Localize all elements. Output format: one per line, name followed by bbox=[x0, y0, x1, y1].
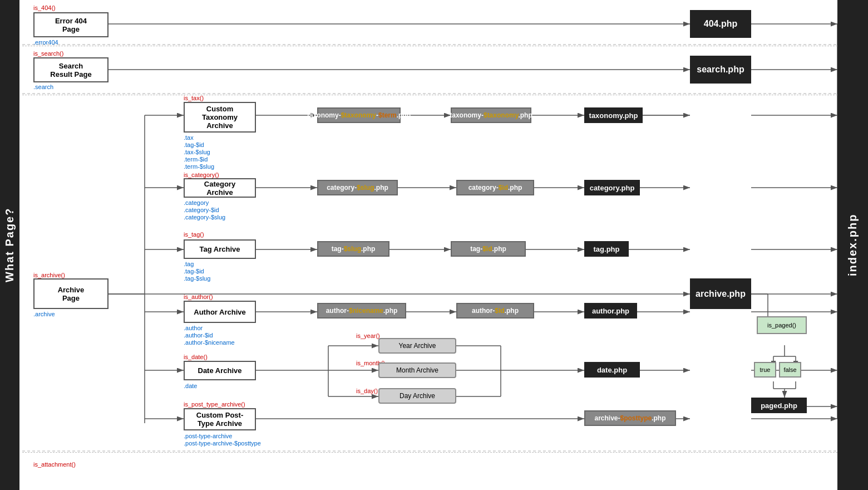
condition-search: is_search() bbox=[33, 50, 63, 57]
file-tag-slug-php: tag-$slug.php bbox=[317, 241, 389, 257]
body-class-date: .date bbox=[184, 383, 197, 389]
body-class-term-id: .term-$id bbox=[184, 156, 208, 163]
file-archive-posttype-php: archive-$posttype.php bbox=[584, 410, 676, 426]
body-class-category: .category bbox=[184, 199, 209, 206]
what-page-label: What Page? bbox=[0, 0, 19, 490]
file-archivephp: archive.php bbox=[690, 278, 751, 309]
condition-date: is_date() bbox=[184, 354, 208, 360]
body-class-tag-slug: .tag-$slug bbox=[184, 275, 210, 282]
body-class-post-type: .post-type-archive bbox=[184, 433, 232, 439]
file-author-id-php: author-$id.php bbox=[456, 303, 534, 318]
divider-1 bbox=[22, 46, 837, 46]
paged-false: false bbox=[779, 362, 801, 378]
file-author-nicename-php: author-$nicename.php bbox=[317, 303, 406, 318]
author-node: Author Archive bbox=[184, 301, 256, 323]
file-tagphp: tag.php bbox=[584, 241, 629, 257]
body-class-error404: .error404 bbox=[33, 39, 58, 46]
condition-tag: is_tag() bbox=[184, 231, 204, 238]
condition-attachment: is_attachment() bbox=[33, 461, 76, 468]
body-class-category-slug: .category-$slug bbox=[184, 214, 225, 220]
file-taxonomy-term-php: taxonomy-$taxonomy-$term.php bbox=[317, 107, 401, 123]
file-datephp: date.php bbox=[584, 362, 640, 378]
category-node: CategoryArchive bbox=[184, 178, 256, 198]
condition-paged: is_paged() bbox=[757, 316, 807, 334]
body-class-archive: .archive bbox=[33, 311, 55, 317]
custom-taxonomy-node: CustomTaxonomyArchive bbox=[184, 102, 256, 133]
date-node: Date Archive bbox=[184, 361, 256, 380]
condition-tax: is_tax() bbox=[184, 95, 204, 101]
paged-true: true bbox=[754, 362, 776, 378]
body-class-author-nicename: .author-$nicename bbox=[184, 339, 235, 346]
file-taxonomy-php: taxonomy-$taxonomy.php bbox=[451, 107, 531, 123]
file-404php: 404.php bbox=[690, 10, 751, 38]
body-class-tag: .tag bbox=[184, 261, 194, 267]
body-class-tag-id: .tag-$id bbox=[184, 141, 204, 148]
condition-category: is_category() bbox=[184, 171, 219, 178]
body-class-author: .author bbox=[184, 325, 203, 331]
condition-year: is_year() bbox=[356, 332, 380, 339]
body-class-author-id: .author-$id bbox=[184, 332, 213, 339]
custom-posttype-node: Custom Post-Type Archive bbox=[184, 408, 256, 430]
body-class-search: .search bbox=[33, 84, 53, 90]
day-archive-node: Day Archive bbox=[378, 388, 456, 404]
body-class-tag-id2: .tag-$id bbox=[184, 268, 204, 275]
month-archive-node: Month Archive bbox=[378, 362, 456, 378]
index-php-label: index.php bbox=[837, 0, 868, 490]
condition-author: is_author() bbox=[184, 293, 213, 300]
file-tag-id-php: tag-$id.php bbox=[451, 241, 526, 257]
file-category-id-php: category-$id.php bbox=[456, 180, 534, 195]
tag-node: Tag Archive bbox=[184, 239, 256, 259]
file-searchphp: search.php bbox=[690, 56, 751, 84]
year-archive-node: Year Archive bbox=[378, 338, 456, 354]
body-class-term-slug: .term-$slug bbox=[184, 163, 214, 170]
condition-day: is_day() bbox=[356, 388, 378, 394]
body-class-tax-slug: .tax-$slug bbox=[184, 149, 210, 155]
body-class-post-type-slug: .post-type-archive-$posttype bbox=[184, 440, 261, 447]
body-class-category-id: .category-$id bbox=[184, 207, 219, 213]
divider-2 bbox=[22, 95, 837, 95]
condition-archive: is_archive() bbox=[33, 272, 65, 278]
file-pagedphp: paged.php bbox=[751, 398, 807, 413]
file-category-slug-php: category-$slug.php bbox=[317, 180, 398, 195]
diagram-container: What Page? index.php bbox=[0, 0, 868, 490]
error-404-node: Error 404Page bbox=[33, 12, 108, 37]
condition-post-type: is_post_type_archive() bbox=[184, 401, 245, 408]
body-class-tax: .tax bbox=[184, 134, 194, 141]
file-taxonomyphp: taxonomy.php bbox=[584, 107, 643, 123]
search-result-node: SearchResult Page bbox=[33, 57, 108, 82]
file-authorphp: author.php bbox=[584, 303, 637, 318]
condition-404: is_404() bbox=[33, 4, 56, 11]
file-categoryphp: category.php bbox=[584, 180, 640, 195]
divider-3 bbox=[22, 452, 837, 453]
archive-page-node: ArchivePage bbox=[33, 278, 108, 309]
